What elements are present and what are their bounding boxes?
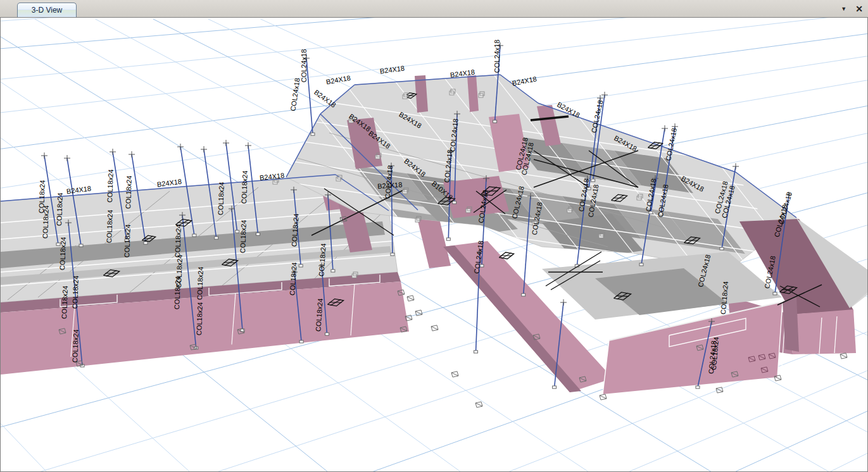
svg-text:COL18x24: COL18x24	[196, 266, 204, 300]
tab-list-dropdown-icon[interactable]: ▼	[841, 6, 846, 12]
svg-text:COL18x24: COL18x24	[55, 192, 64, 226]
svg-text:COL18x24: COL18x24	[71, 275, 80, 309]
svg-text:COL18x24: COL18x24	[106, 169, 115, 202]
svg-text:COL18x24: COL18x24	[239, 220, 248, 253]
svg-text:COL18x24: COL18x24	[58, 237, 67, 270]
svg-text:COL18x24: COL18x24	[173, 276, 182, 309]
svg-text:COL18x24: COL18x24	[240, 170, 249, 204]
svg-text:COL24x18: COL24x18	[493, 40, 501, 73]
svg-text:COL18x24: COL18x24	[123, 224, 132, 258]
close-view-icon[interactable]: ✕	[855, 4, 863, 14]
svg-text:COL18x24: COL18x24	[217, 182, 225, 215]
tab-bar-controls: ▼ ✕	[841, 0, 863, 17]
3d-view-canvas[interactable]: B24X18B24X18B24X18B24X18B24X18B24X18B24X…	[0, 0, 868, 472]
tab-3d-view[interactable]: 3-D View	[17, 3, 77, 17]
application-window: B24X18B24X18B24X18B24X18B24X18B24X18B24X…	[0, 0, 868, 472]
svg-text:COL18x24: COL18x24	[124, 175, 133, 209]
svg-text:COL18x24: COL18x24	[195, 302, 204, 335]
svg-text:COL24x18: COL24x18	[300, 49, 308, 83]
svg-text:COL18x24: COL18x24	[173, 224, 182, 258]
tab-3d-view-label: 3-D View	[32, 6, 62, 15]
svg-text:COL18x24: COL18x24	[71, 329, 80, 363]
svg-text:COL18x24: COL18x24	[105, 209, 114, 243]
view-tab-bar: 3-D View ▼ ✕	[0, 0, 868, 17]
svg-text:COL18x24: COL18x24	[41, 205, 50, 239]
svg-text:COL18x24: COL18x24	[60, 285, 69, 319]
